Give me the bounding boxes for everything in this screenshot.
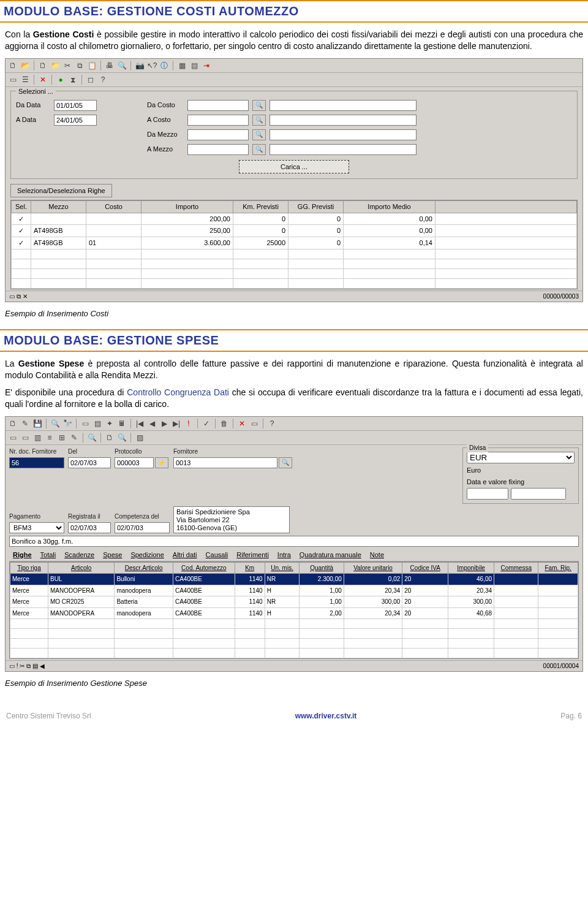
card-icon[interactable]: ▭: [80, 419, 90, 428]
next-icon[interactable]: ▶: [159, 419, 169, 428]
exit-icon[interactable]: ⇥: [202, 61, 211, 70]
save-icon[interactable]: 💾: [32, 419, 42, 428]
delete-icon[interactable]: ✕: [38, 75, 48, 85]
col-header[interactable]: Codice IVA: [402, 562, 448, 574]
first-icon[interactable]: |◀: [135, 419, 145, 428]
db-icon[interactable]: ≡: [45, 433, 55, 443]
check-icon[interactable]: ✓: [202, 419, 211, 428]
table-row[interactable]: ✓AT498GB250,00000,00: [12, 225, 577, 237]
spese-grid[interactable]: Tipo rigaArticoloDescr.ArticoloCod. Auto…: [10, 562, 578, 659]
tab-altri-dati[interactable]: Altri dati: [173, 550, 197, 560]
table-row[interactable]: [10, 639, 578, 649]
table-row[interactable]: MerceMO CR2025BatteriaCA400BE1140NR1,003…: [10, 596, 578, 608]
copy-icon[interactable]: ⧉: [75, 61, 85, 70]
col-header[interactable]: Quantità: [300, 562, 344, 574]
table-row[interactable]: [10, 649, 578, 658]
wizard-icon[interactable]: ✦: [105, 419, 115, 428]
col-header[interactable]: Imponibile: [448, 562, 494, 574]
grid-icon[interactable]: ▤: [189, 61, 199, 70]
tag-icon[interactable]: ✎: [69, 433, 79, 443]
table-row[interactable]: [12, 259, 577, 269]
table-icon[interactable]: ▤: [92, 419, 102, 428]
lookup-a-mezzo[interactable]: 🔍: [252, 144, 266, 155]
tab-spedizione[interactable]: Spedizione: [130, 550, 164, 560]
calendar-icon[interactable]: ▦: [177, 61, 187, 70]
table-row[interactable]: MerceMANODOPERAmanodoperaCA400BE1140H2,0…: [10, 607, 578, 619]
view-icon[interactable]: ◻: [86, 75, 96, 85]
pagamento-select[interactable]: BFM3: [9, 522, 64, 533]
col-importo[interactable]: Importo: [141, 200, 233, 213]
input-da-costo[interactable]: [187, 100, 249, 111]
desc-da-costo[interactable]: [270, 100, 417, 111]
tbl-icon[interactable]: ⊞: [57, 433, 67, 443]
help-arrow-icon[interactable]: ↖?: [147, 61, 157, 70]
input-fixing-date[interactable]: [467, 488, 508, 500]
col-header[interactable]: Valore unitario: [344, 562, 402, 574]
help-icon[interactable]: ?: [98, 75, 108, 85]
col-costo[interactable]: Costo: [86, 200, 141, 213]
help-icon[interactable]: ?: [267, 419, 277, 428]
col-mezzo[interactable]: Mezzo: [31, 200, 86, 213]
input-protocollo[interactable]: [115, 457, 154, 468]
list-icon[interactable]: ☰: [20, 75, 30, 85]
tab-scadenze[interactable]: Scadenze: [64, 550, 94, 560]
zoom-icon[interactable]: 🔍: [87, 433, 97, 443]
panel-icon[interactable]: ▭: [249, 419, 259, 428]
col-header[interactable]: Un. mis.: [265, 562, 300, 574]
col-sel[interactable]: Sel.: [12, 200, 31, 213]
tab-causali[interactable]: Causali: [206, 550, 228, 560]
table-row[interactable]: [10, 619, 578, 629]
table-row[interactable]: ✓200,00000,00: [12, 213, 577, 225]
tab-righe[interactable]: Righe: [13, 550, 32, 560]
table-row[interactable]: [10, 629, 578, 639]
edit-icon[interactable]: ✎: [20, 419, 30, 428]
doc-icon[interactable]: 🗋: [38, 61, 48, 70]
tab-note[interactable]: Note: [370, 550, 384, 560]
last-icon[interactable]: ▶|: [172, 419, 181, 428]
camera-icon[interactable]: 📷: [135, 61, 145, 70]
search-icon[interactable]: 🔍: [50, 419, 60, 428]
col-km[interactable]: Km. Previsti: [233, 200, 288, 213]
paste-icon[interactable]: 📋: [87, 61, 97, 70]
lookup-fornitore[interactable]: 🔍: [279, 457, 292, 468]
info-icon[interactable]: ⓘ: [159, 61, 169, 70]
col-header[interactable]: Tipo riga: [10, 562, 48, 574]
input-a-costo[interactable]: [187, 115, 249, 126]
tab-intra[interactable]: Intra: [277, 550, 291, 560]
img-icon[interactable]: ▨: [135, 433, 145, 443]
new-icon[interactable]: 🗋: [8, 419, 18, 428]
input-a-data[interactable]: [54, 115, 97, 126]
doc-icon[interactable]: 🗋: [105, 433, 115, 443]
table-row[interactable]: MerceMANODOPERAmanodoperaCA400BE1140H1,0…: [10, 585, 578, 596]
col-medio[interactable]: Importo Medio: [344, 200, 435, 213]
barcode-icon[interactable]: ▥: [32, 433, 42, 443]
input-a-mezzo[interactable]: [187, 144, 249, 155]
input-fixing-val[interactable]: [511, 488, 566, 500]
col-header[interactable]: Descr.Articolo: [115, 562, 173, 574]
binoc-icon[interactable]: 🔭: [62, 419, 72, 428]
table-row[interactable]: MerceBULBulloniCA400BE1140NR2.300,000,02…: [10, 574, 578, 585]
col-header[interactable]: Articolo: [48, 562, 114, 574]
table-row[interactable]: [12, 269, 577, 279]
cut-icon[interactable]: ✂: [62, 61, 72, 70]
open-icon[interactable]: 📂: [20, 61, 30, 70]
input-competenza[interactable]: [115, 522, 170, 533]
table-row[interactable]: [12, 249, 577, 259]
lookup-protocollo[interactable]: ⚡: [155, 457, 168, 468]
calc-icon[interactable]: 🖩: [117, 419, 127, 428]
preview-icon[interactable]: 🔍: [117, 61, 127, 70]
lookup-a-costo[interactable]: 🔍: [252, 115, 266, 126]
desc-a-costo[interactable]: [270, 115, 417, 126]
print-icon[interactable]: 🖶: [105, 61, 115, 70]
table-row[interactable]: [12, 279, 577, 289]
prev-icon[interactable]: ◀: [147, 419, 157, 428]
input-nrdoc[interactable]: [9, 457, 64, 468]
close-icon[interactable]: ✕: [237, 419, 247, 428]
table-row[interactable]: ✓AT498GB013.600,002500000,14: [12, 237, 577, 249]
seleziona-deseleziona-button[interactable]: Seleziona/Deseleziona Righe: [10, 184, 112, 197]
tab-quadratura-manuale[interactable]: Quadratura manuale: [300, 550, 361, 560]
folder-icon[interactable]: 📁: [50, 61, 60, 70]
find-icon[interactable]: 🔍: [117, 433, 127, 443]
form-icon[interactable]: ▭: [8, 75, 18, 85]
carica-button[interactable]: Carica ...: [239, 160, 349, 173]
